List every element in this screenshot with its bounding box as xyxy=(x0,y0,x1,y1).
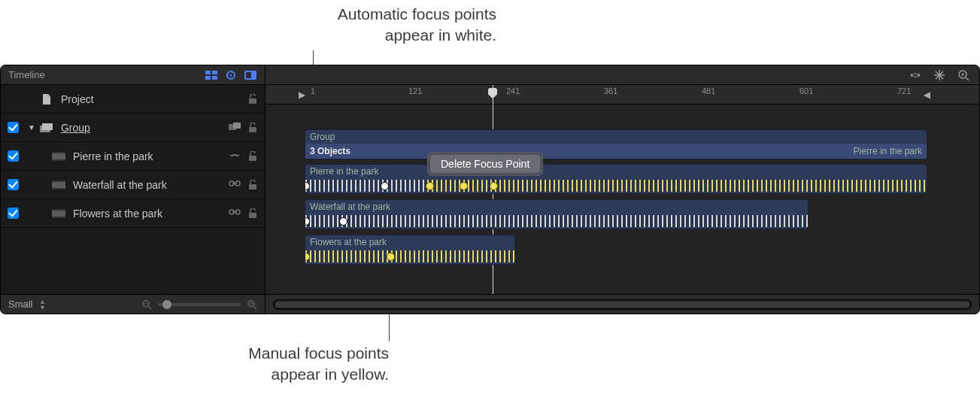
layer-label: Flowers at the park xyxy=(73,208,229,220)
footer-left: Small ▴ ▾ xyxy=(1,295,265,314)
layer-row-waterfall[interactable]: Waterfall at the park xyxy=(1,171,265,199)
svg-rect-0 xyxy=(205,71,211,74)
svg-line-10 xyxy=(966,77,969,80)
focus-point-manual[interactable] xyxy=(460,182,468,190)
filmstrip-icon xyxy=(52,151,65,162)
timeline-window: Timeline xyxy=(0,65,980,314)
group-layers-icon xyxy=(40,123,53,133)
svg-rect-1 xyxy=(212,71,217,74)
focus-point-manual[interactable] xyxy=(426,182,434,190)
svg-rect-13 xyxy=(249,98,256,104)
svg-rect-22 xyxy=(249,156,256,161)
timeline-ruler[interactable]: ▶ 1 121 241 361 481 601 721 ▶ xyxy=(265,85,979,105)
annotation-bottom: Manual focus points appear in yellow. xyxy=(73,343,389,386)
context-menu: Delete Focus Point xyxy=(427,152,543,176)
clip-waterfall[interactable]: Waterfall at the park xyxy=(305,199,809,229)
layer-list: Project ▼ Group xyxy=(1,85,265,294)
zoom-in-icon[interactable] xyxy=(247,299,257,310)
visibility-checkbox[interactable] xyxy=(8,208,19,219)
filmstrip-icon xyxy=(52,208,65,219)
clip-right-label: Pierre in the park xyxy=(854,146,922,156)
svg-rect-15 xyxy=(42,123,53,130)
svg-line-39 xyxy=(253,306,256,309)
svg-point-5 xyxy=(230,74,232,76)
layer-label: Pierre in the park xyxy=(73,150,229,162)
focus-point-manual[interactable] xyxy=(490,182,498,190)
timeline-header-left: Timeline xyxy=(1,65,265,84)
ruler-tick: 1 xyxy=(311,86,315,95)
play-range-end-icon[interactable]: ▶ xyxy=(924,89,930,100)
svg-line-36 xyxy=(148,306,151,309)
clip-flowers[interactable]: Flowers at the park xyxy=(305,235,515,265)
visibility-checkbox[interactable] xyxy=(8,179,19,190)
keyframe-nav-icon[interactable] xyxy=(909,68,922,82)
svg-rect-24 xyxy=(52,180,65,182)
scrollbar-thumb[interactable] xyxy=(275,302,969,308)
gear-icon[interactable] xyxy=(224,68,238,82)
lock-icon[interactable] xyxy=(248,180,257,190)
clip-label: Flowers at the park xyxy=(305,235,514,249)
document-icon xyxy=(40,94,53,105)
link-icon[interactable] xyxy=(229,151,241,162)
ruler-tick: 241 xyxy=(506,86,520,95)
svg-rect-2 xyxy=(205,76,211,80)
layer-row-flowers[interactable]: Flowers at the park xyxy=(1,199,265,228)
svg-rect-8 xyxy=(913,72,918,77)
layer-row-group[interactable]: ▼ Group xyxy=(1,114,265,142)
svg-rect-3 xyxy=(212,76,217,80)
svg-rect-30 xyxy=(52,209,65,211)
lock-icon[interactable] xyxy=(248,123,257,133)
clip-label: Pierre in the park xyxy=(305,165,927,178)
clip-group[interactable]: Group 3 Objects Pierre in the park xyxy=(305,129,927,159)
timeline-body: Project ▼ Group xyxy=(1,85,979,294)
ruler-tick: 121 xyxy=(408,86,422,95)
clip-pierre[interactable]: Pierre in the park xyxy=(305,164,927,194)
visibility-checkbox[interactable] xyxy=(8,150,19,162)
ruler-tick: 361 xyxy=(604,86,617,95)
disclosure-triangle-icon[interactable]: ▼ xyxy=(28,123,35,132)
visibility-checkbox[interactable] xyxy=(8,122,19,133)
pass-through-icon[interactable] xyxy=(229,123,241,133)
menu-item-delete-focus-point[interactable]: Delete Focus Point xyxy=(430,155,540,173)
tracks-container: Group 3 Objects Pierre in the park Pierr… xyxy=(265,105,979,294)
render-icon[interactable] xyxy=(205,68,218,82)
focus-point-auto[interactable] xyxy=(381,182,389,190)
snapping-icon[interactable] xyxy=(933,68,946,82)
svg-rect-28 xyxy=(249,184,256,189)
sidebar-zoom-slider[interactable] xyxy=(52,299,257,310)
svg-rect-17 xyxy=(233,123,241,129)
zoom-icon[interactable] xyxy=(957,68,970,82)
link-icon[interactable] xyxy=(229,208,241,219)
clip-label: Group xyxy=(305,130,927,144)
focus-point-manual[interactable] xyxy=(387,253,395,261)
svg-rect-20 xyxy=(52,152,65,153)
timeline-title: Timeline xyxy=(8,69,199,80)
svg-rect-21 xyxy=(52,159,65,161)
timeline-tracks-area[interactable]: ▶ 1 121 241 361 481 601 721 ▶ Group 3 xyxy=(265,85,979,294)
lock-icon[interactable] xyxy=(248,208,257,219)
lock-icon[interactable] xyxy=(248,151,257,162)
clip-label: Waterfall at the park xyxy=(305,200,808,214)
zoom-thumb[interactable] xyxy=(162,300,171,309)
layer-row-project[interactable]: Project xyxy=(1,85,265,114)
ruler-tick: 481 xyxy=(702,86,715,95)
timeline-footer: Small ▴ ▾ xyxy=(1,294,979,314)
size-stepper[interactable]: ▴ ▾ xyxy=(41,299,44,309)
play-range-start-icon[interactable]: ▶ xyxy=(299,89,305,100)
timeline-header-right xyxy=(265,65,979,84)
focus-point-auto[interactable] xyxy=(339,217,347,226)
horizontal-scrollbar[interactable] xyxy=(273,299,972,310)
ruler-tick: 721 xyxy=(897,86,911,95)
zoom-out-icon[interactable] xyxy=(141,299,152,310)
layer-sidebar: Project ▼ Group xyxy=(1,85,265,294)
layer-row-pierre[interactable]: Pierre in the park xyxy=(1,142,265,171)
svg-rect-34 xyxy=(249,213,256,218)
svg-rect-31 xyxy=(52,217,65,218)
ruler-tick: 601 xyxy=(799,86,813,95)
objects-count-label: 3 Objects xyxy=(310,146,350,156)
lock-icon[interactable] xyxy=(248,94,257,105)
link-icon[interactable] xyxy=(229,180,241,190)
panel-icon[interactable] xyxy=(244,68,257,82)
zoom-track[interactable] xyxy=(158,303,241,306)
footer-right xyxy=(265,295,979,314)
